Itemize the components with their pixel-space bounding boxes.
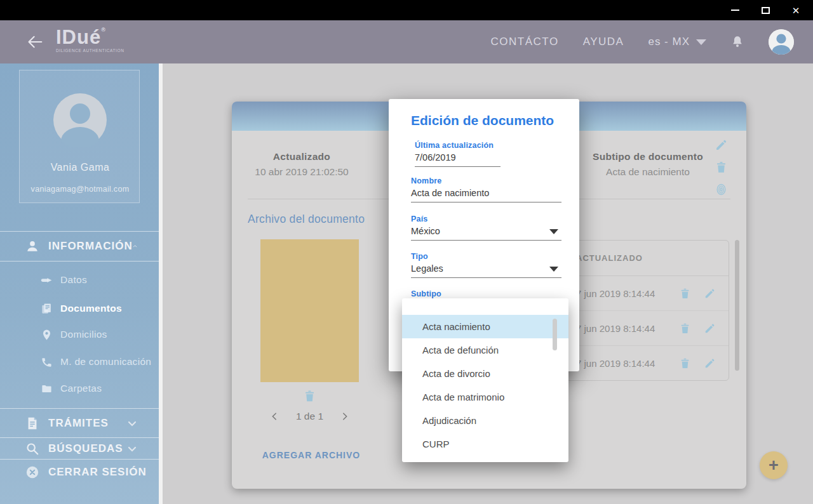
sidebar-item-datos[interactable]: Datos [0,270,159,289]
sidebar-item-comunicacion[interactable]: M. de comunicación [0,352,159,371]
table-row: 7 jun 2019 8:14:44 [566,311,729,346]
next-page-button[interactable] [340,412,349,421]
delete-row-button[interactable] [679,357,691,369]
delete-file-button[interactable] [303,389,316,403]
maximize-icon [762,7,770,14]
document-file-thumbnail[interactable] [260,239,359,382]
name-input[interactable]: Acta de nacimiento [411,188,561,202]
modal-title: Edición de documento [411,113,554,128]
sidebar-logout[interactable]: CERRAR SESIÓN [0,462,159,482]
profile-avatar [53,93,107,147]
dropdown-option[interactable]: CURP [402,432,568,456]
chevron-down-icon[interactable] [549,267,558,272]
sidebar-section-tramites[interactable]: TRÁMITES [0,408,159,438]
trash-icon [679,357,691,369]
chevron-down-icon [696,39,706,45]
notifications-button[interactable] [730,34,744,50]
close-button[interactable]: ✕ [788,4,804,17]
edit-row-button[interactable] [704,357,716,369]
close-circle-icon [25,465,39,479]
sidebar-item-label: Documentos [60,303,122,314]
field-label: Tipo [411,252,561,261]
trash-icon [303,389,316,403]
section-label: TRÁMITES [48,417,109,430]
sidebar-item-documentos[interactable]: Documentos [0,299,159,318]
previous-page-button[interactable] [270,412,279,421]
subtype-dropdown: Acta nacimiento Acta de defunción Acta d… [402,298,568,462]
edit-row-button[interactable] [704,288,716,300]
person-icon [25,239,39,253]
country-field[interactable]: País México [411,215,561,241]
column-header-actualizado: ACTUALIZADO [576,253,643,263]
location-pin-icon [41,329,53,341]
table-scrollbar[interactable] [735,240,739,371]
delete-button[interactable] [715,161,728,174]
search-icon [25,442,39,456]
sidebar-item-carpetas[interactable]: Carpetas [0,379,159,398]
back-button[interactable] [27,33,44,51]
dropdown-option[interactable]: Adjudicación [402,409,568,432]
app-logo[interactable]: IDué® DILIGENCE AUTHENTICATION [56,27,124,53]
sidebar-item-label: Domicilios [60,329,107,340]
sidebar-section-informacion[interactable]: INFORMACIÓN [0,231,159,262]
document-icon [25,416,39,430]
type-field[interactable]: Tipo Legales [411,252,561,278]
chevron-left-icon [270,412,279,421]
pencil-icon [704,288,716,300]
dropdown-option[interactable]: Acta de matrimonio [402,385,568,409]
last-update-input[interactable]: 7/06/2019 [415,152,501,167]
user-avatar[interactable] [769,29,794,55]
document-actions [715,138,731,196]
field-label: País [411,215,561,223]
add-file-button[interactable]: AGREGAR ARCHIVO [248,450,375,460]
person-icon [769,29,794,55]
chevron-down-icon [127,444,137,454]
sidebar-edge [159,63,163,504]
nav-help[interactable]: AYUDA [583,36,624,48]
fingerprint-icon [715,183,728,196]
language-selector[interactable]: es - MX [648,36,706,48]
sidebar-item-label: M. de comunicación [60,356,151,368]
tag-icon [41,274,53,286]
field-label: Nombre [411,176,561,185]
delete-row-button[interactable] [679,322,691,335]
history-table: ACTUALIZADO 7 jun 2019 8:14:44 7 jun 201… [565,240,729,381]
trash-icon [679,288,691,300]
last-update-field[interactable]: Última actualización 7/06/2019 [415,141,501,167]
language-value: es - MX [648,36,690,48]
type-select[interactable]: Legales [411,263,561,278]
header-nav: CONTÁCTO AYUDA es - MX [491,20,794,63]
dropdown-option[interactable]: Acta nacimiento [402,315,568,338]
nav-contact[interactable]: CONTÁCTO [491,36,559,48]
dropdown-scrollbar[interactable] [553,319,557,350]
chevron-down-icon[interactable] [549,229,558,234]
sidebar-item-label: Carpetas [60,383,102,394]
row-date: 7 jun 2019 8:14:44 [576,288,679,299]
bell-icon [730,34,744,50]
country-select[interactable]: México [411,226,561,241]
name-field[interactable]: Nombre Acta de nacimiento [411,176,561,202]
sidebar-item-label: Datos [60,274,87,286]
edit-row-button[interactable] [704,322,716,335]
fingerprint-button[interactable] [715,183,728,196]
updated-value: 10 abr 2019 21:02:50 [238,166,365,178]
sidebar-section-busquedas[interactable]: BÚSQUEDAS [0,438,159,460]
edit-button[interactable] [715,138,728,152]
section-label: INFORMACIÓN [48,240,133,253]
maximize-button[interactable] [757,4,774,17]
sidebar-item-domicilios[interactable]: Domicilios [0,325,159,344]
minimize-icon [731,10,739,11]
chevron-up-icon [133,241,137,251]
subtype-value: Acta de nacimiento [584,166,711,178]
subtype-field[interactable]: Subtipo [411,289,561,298]
app-header: IDué® DILIGENCE AUTHENTICATION CONTÁCTO … [0,20,813,63]
app-window: ✕ IDué® DILIGENCE AUTHENTICATION CONTÁCT… [0,0,813,504]
dropdown-option[interactable]: Acta de divorcio [402,362,568,385]
person-icon [53,93,107,147]
minimize-button[interactable] [727,4,743,17]
dropdown-option[interactable]: Acta de defunción [402,338,568,362]
updated-info: Actualizado 10 abr 2019 21:02:50 [238,151,365,178]
delete-row-button[interactable] [679,288,691,300]
documents-icon [41,303,53,315]
add-document-fab[interactable]: + [760,451,788,479]
